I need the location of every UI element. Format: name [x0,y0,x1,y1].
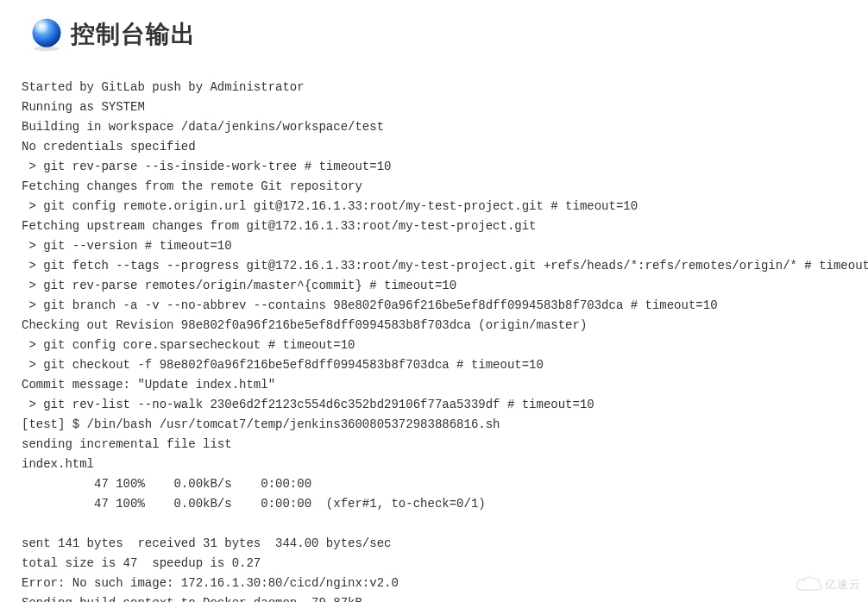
watermark: 亿速云 [794,574,861,595]
page-title: 控制台输出 [71,18,196,51]
svg-point-2 [33,19,61,47]
page-header: 控制台输出 [0,0,868,60]
cloud-icon [794,574,823,595]
sphere-icon [28,16,66,53]
watermark-text: 亿速云 [825,577,861,593]
console-output: Started by GitLab push by Administrator … [0,60,868,602]
